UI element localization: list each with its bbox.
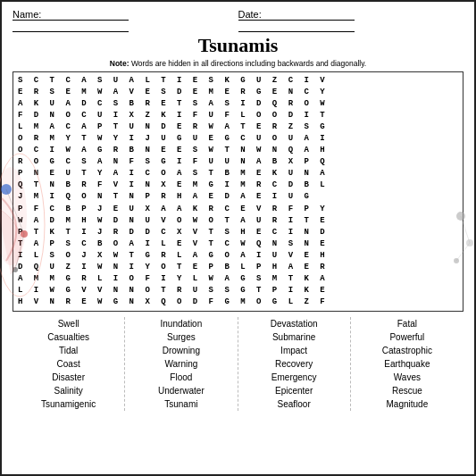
word-item: Drowning	[129, 344, 233, 357]
word-item: Disaster	[16, 371, 121, 384]
word-item: Casualties	[16, 330, 121, 344]
word-item: Tsunamigenic	[16, 397, 121, 411]
word-item: Epicenter	[242, 384, 347, 397]
word-item: Catastrophic	[355, 344, 460, 357]
word-item: Coast	[16, 357, 121, 371]
word-item: Tidal	[16, 344, 121, 357]
word-list: SwellCasualtiesTidalCoastDisasterSalinit…	[13, 317, 463, 411]
note: Note: Words are hidden in all directions…	[13, 59, 463, 68]
word-col-1: SwellCasualtiesTidalCoastDisasterSalinit…	[13, 317, 125, 411]
word-item: Surges	[129, 330, 233, 344]
word-item: Impact	[242, 344, 347, 357]
word-col-3: DevastationSubmarineImpactRecoveryEmerge…	[238, 317, 351, 411]
word-search-grid: S C T C A S U A L T I E S K G U Z C I V …	[13, 71, 463, 312]
word-item: Powerful	[355, 330, 460, 344]
header: Name: Date:	[13, 9, 463, 32]
note-text: Words are hidden in all directions inclu…	[131, 59, 366, 68]
word-item: Submarine	[242, 330, 347, 344]
word-item: Tsunami	[129, 397, 233, 411]
word-item: Earthquake	[355, 357, 460, 371]
svg-point-8	[466, 239, 473, 246]
name-label: Name:	[13, 9, 129, 21]
word-item: Emergency	[242, 371, 347, 384]
word-col-4: FatalPowerfulCatastrophicEarthquakeWaves…	[351, 317, 463, 411]
name-field: Name:	[13, 9, 238, 32]
svg-point-2	[1, 184, 12, 195]
grid-content: S C T C A S U A L T I E S K G U Z C I V …	[13, 72, 463, 311]
word-item: Waves	[355, 371, 460, 384]
page: Name: Date: Tsunamis Note: Words are hid…	[0, 0, 476, 476]
word-item: Rescue	[355, 384, 460, 397]
word-item: Seafloor	[242, 397, 347, 411]
word-item: Recovery	[242, 357, 347, 371]
word-item: Flood	[129, 371, 233, 384]
word-item: Fatal	[355, 317, 460, 330]
note-bold: Note:	[110, 59, 129, 68]
word-item: Magnitude	[355, 397, 460, 411]
word-item: Swell	[16, 317, 121, 330]
word-item: Underwater	[129, 384, 233, 397]
word-item: Warning	[129, 357, 233, 371]
date-label: Date:	[238, 9, 355, 21]
page-title: Tsunamis	[13, 34, 463, 57]
word-item: Inundation	[129, 317, 233, 330]
date-field: Date:	[238, 9, 464, 32]
word-col-2: InundationSurgesDrowningWarningFloodUnde…	[125, 317, 238, 411]
word-item: Salinity	[16, 384, 121, 397]
word-item: Devastation	[242, 317, 347, 330]
